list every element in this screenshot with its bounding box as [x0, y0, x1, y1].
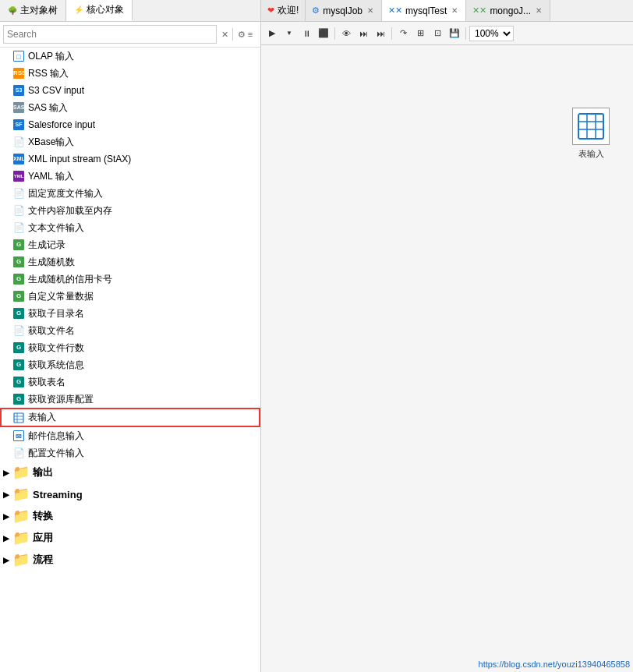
toolbar-separator-2 — [391, 27, 392, 40]
mongoj-close-button[interactable]: ✕ — [534, 5, 543, 16]
list-item[interactable]: G 获取文件行数 — [0, 339, 260, 356]
tab-mongoj[interactable]: ✕✕ mongoJ... ✕ — [466, 0, 550, 21]
output-folder-icon: 📁 — [12, 464, 30, 481]
mailinput-label: 邮件信息输入 — [28, 430, 84, 443]
svg-rect-4 — [578, 114, 603, 139]
olap-icon: □ — [12, 50, 25, 62]
right-tabs-bar: ❤ 欢迎! ⚙ mysqlJob ✕ ✕✕ mysqlTest ✕ ✕✕ mon… — [261, 0, 633, 22]
list-item[interactable]: 📄 文本文件输入 — [0, 219, 260, 236]
category-streaming[interactable]: ▶ 📁 Streaming — [0, 483, 260, 505]
fileload-icon: 📄 — [12, 204, 25, 217]
search-options-button[interactable]: ⚙ ≡ — [232, 28, 257, 41]
search-clear-button[interactable]: ✕ — [218, 28, 231, 41]
list-item[interactable]: □ OLAP 输入 — [0, 48, 260, 65]
list-item[interactable]: G 生成随机数 — [0, 253, 260, 271]
left-panel: 🌳 主对象树 ⚡ 核心对象 ✕ ⚙ ≡ □ — [0, 0, 261, 672]
pause-button[interactable]: ⏸ — [299, 26, 314, 41]
skip-button[interactable]: ↷ — [395, 26, 411, 41]
list-item[interactable]: G 生成记录 — [0, 236, 260, 253]
search-bar: ✕ ⚙ ≡ — [0, 22, 260, 48]
list-item[interactable]: G 获取资源库配置 — [0, 391, 260, 408]
s3csv-label: S3 CSV input — [28, 85, 84, 96]
debug-button[interactable]: ⏭ — [355, 26, 371, 41]
mysqltest-close-button[interactable]: ✕ — [450, 5, 459, 16]
sas-icon: SAS — [12, 101, 25, 114]
mysqljob-close-button[interactable]: ✕ — [366, 5, 375, 16]
mongoj-icon: ✕✕ — [472, 5, 486, 16]
list-item[interactable]: SF Salesforce input — [0, 116, 260, 133]
canvas-table-input-box — [572, 108, 610, 145]
list-item[interactable]: 📄 XBase输入 — [0, 133, 260, 150]
list-item[interactable]: G 获取子目录名 — [0, 305, 260, 322]
tab-mysqltest[interactable]: ✕✕ mysqlTest ✕ — [382, 0, 466, 21]
list-item[interactable]: 📄 文件内容加载至内存 — [0, 202, 260, 219]
list-item[interactable]: ✉ 邮件信息输入 — [0, 427, 260, 444]
flow-category-label: 流程 — [33, 553, 53, 567]
fixed-icon: 📄 — [12, 187, 25, 200]
tab-main-tree[interactable]: 🌳 主对象树 — [0, 0, 66, 21]
tab-mysqljob[interactable]: ⚙ mysqlJob ✕ — [306, 0, 382, 21]
category-flow[interactable]: ▶ 📁 流程 — [0, 549, 260, 571]
step-button[interactable]: ⏭ — [373, 26, 388, 41]
tab-core-objects[interactable]: ⚡ 核心对象 — [66, 0, 133, 21]
gencredit-label: 生成随机的信用卡号 — [28, 273, 112, 286]
table-input-item[interactable]: 表输入 — [0, 408, 260, 427]
list-item[interactable]: 📄 获取文件名 — [0, 322, 260, 339]
salesforce-icon: SF — [12, 118, 25, 131]
genrows-icon: G — [12, 239, 25, 251]
xmlstream-icon: XML — [12, 153, 25, 165]
apps-category-label: 应用 — [33, 531, 53, 545]
apps-folder-icon: 📁 — [12, 529, 30, 546]
propinput-icon: 📄 — [12, 447, 25, 459]
canvas-table-input-label: 表输入 — [578, 148, 604, 160]
transform-arrow-icon: ▶ — [3, 512, 9, 521]
getdbconf-icon: G — [12, 393, 25, 405]
run-dropdown-button[interactable]: ▼ — [281, 26, 297, 41]
tab-mongoj-label: mongoJ... — [490, 5, 531, 16]
list-item[interactable]: 📄 配置文件输入 — [0, 444, 260, 462]
run-button[interactable]: ▶ — [264, 26, 280, 41]
list-item[interactable]: SAS SAS 输入 — [0, 99, 260, 116]
sysinfo-icon: G — [12, 359, 25, 371]
category-output[interactable]: ▶ 📁 输出 — [0, 462, 260, 483]
list-item[interactable]: RSS RSS 输入 — [0, 65, 260, 82]
main-tree-icon: 🌳 — [8, 6, 17, 15]
genrows-label: 生成记录 — [28, 239, 65, 252]
transform-category-label: 转换 — [33, 509, 53, 523]
canvas-table-input-item[interactable]: 表输入 — [572, 108, 610, 160]
left-tabs-bar: 🌳 主对象树 ⚡ 核心对象 — [0, 0, 260, 22]
streaming-folder-icon: 📁 — [12, 486, 30, 503]
search-input[interactable] — [3, 25, 217, 44]
list-item[interactable]: 📄 固定宽度文件输入 — [0, 185, 260, 202]
category-apps[interactable]: ▶ 📁 应用 — [0, 527, 260, 549]
list-item[interactable]: YML YAML 输入 — [0, 168, 260, 185]
list-item[interactable]: S3 S3 CSV input — [0, 82, 260, 99]
svg-rect-0 — [14, 413, 23, 423]
streaming-category-label: Streaming — [33, 489, 83, 500]
zoom-select[interactable]: 100% 75% 125% — [469, 26, 514, 41]
list-item[interactable]: G 自定义常量数据 — [0, 288, 260, 305]
list-item[interactable]: G 获取系统信息 — [0, 356, 260, 373]
mailinput-icon: ✉ — [12, 430, 25, 442]
fileload-label: 文件内容加载至内存 — [28, 204, 112, 218]
list-item[interactable]: G 生成随机的信用卡号 — [0, 271, 260, 288]
flow-folder-icon: 📁 — [12, 551, 30, 568]
list-item[interactable]: G 获取表名 — [0, 373, 260, 391]
copy-button[interactable]: ⊞ — [412, 26, 428, 41]
xbase-label: XBase输入 — [28, 136, 74, 149]
yaml-icon: YML — [12, 170, 25, 182]
paste-button[interactable]: ⊡ — [430, 26, 445, 41]
canvas-area: 表输入 https://blog.csdn.net/youzi139404658… — [261, 45, 633, 672]
category-transform[interactable]: ▶ 📁 转换 — [0, 505, 260, 527]
list-item[interactable]: XML XML input stream (StAX) — [0, 150, 260, 168]
app-container: 🌳 主对象树 ⚡ 核心对象 ✕ ⚙ ≡ □ — [0, 0, 633, 672]
preview-button[interactable]: 👁 — [338, 26, 354, 41]
xbase-icon: 📄 — [12, 136, 25, 148]
fixed-label: 固定宽度文件输入 — [28, 187, 103, 200]
toolbar-separator-3 — [465, 27, 466, 40]
mysqljob-icon: ⚙ — [312, 5, 320, 16]
save-button[interactable]: 💾 — [447, 26, 462, 41]
tableinput-icon — [12, 412, 25, 424]
stop-button[interactable]: ⬛ — [316, 26, 331, 41]
tab-welcome[interactable]: ❤ 欢迎! — [261, 0, 306, 21]
